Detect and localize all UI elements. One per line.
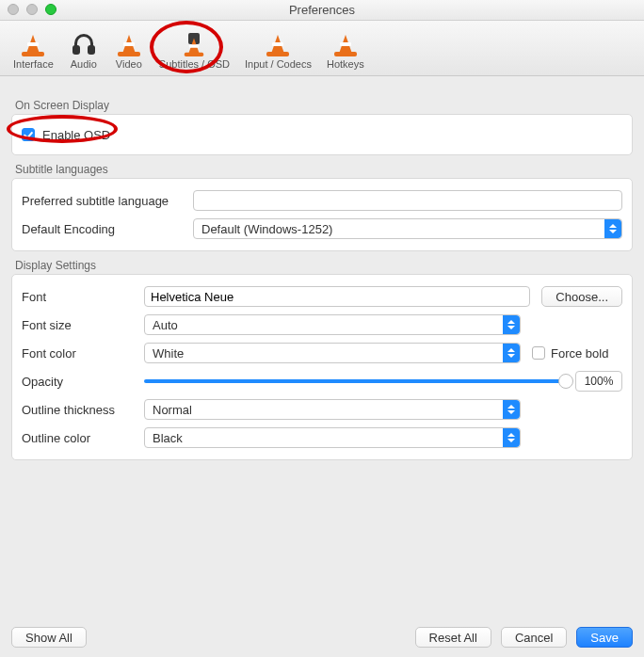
headphones-icon	[69, 26, 99, 56]
cone-icon	[114, 26, 144, 56]
select-value: White	[153, 346, 184, 361]
opacity-label: Opacity	[22, 375, 133, 389]
opacity-slider[interactable]	[144, 379, 566, 383]
tab-label: Input / Codecs	[245, 58, 312, 70]
cone-icon	[18, 26, 48, 56]
default-encoding-select[interactable]: Default (Windows-1252)	[193, 218, 622, 239]
tab-label: Subtitles / OSD	[159, 58, 230, 70]
outline-color-select[interactable]: Black	[144, 427, 521, 448]
chevron-updown-icon	[503, 400, 520, 419]
cone-glasses-icon	[179, 26, 209, 56]
force-bold-checkbox[interactable]	[532, 346, 545, 360]
outline-color-label: Outline color	[22, 431, 133, 445]
tab-label: Video	[116, 58, 142, 70]
section-osd-label: On Screen Display	[15, 99, 633, 112]
window-title: Preferences	[289, 3, 355, 17]
tab-hotkeys[interactable]: Hotkeys	[319, 24, 372, 72]
preferred-lang-input[interactable]	[193, 190, 622, 211]
group-display: Font Choose... Font size Auto Font color…	[11, 274, 633, 460]
tab-subtitles-osd[interactable]: Subtitles / OSD	[152, 24, 237, 72]
tab-interface[interactable]: Interface	[6, 24, 61, 72]
opacity-value: 100%	[575, 371, 622, 392]
font-size-label: Font size	[22, 318, 133, 332]
tab-label: Interface	[13, 58, 54, 70]
font-input[interactable]	[144, 286, 530, 307]
select-value: Default (Windows-1252)	[201, 222, 332, 236]
choose-font-button[interactable]: Choose...	[541, 286, 622, 307]
enable-osd-label: Enable OSD	[42, 128, 110, 142]
font-size-select[interactable]: Auto	[144, 314, 521, 335]
chevron-updown-icon	[503, 428, 520, 447]
enable-osd-checkbox[interactable]	[22, 128, 35, 141]
tab-label: Audio	[71, 58, 97, 70]
section-subs-label: Subtitle languages	[15, 163, 633, 176]
tab-label: Hotkeys	[327, 58, 364, 70]
select-value: Auto	[153, 318, 178, 332]
default-encoding-label: Default Encoding	[22, 222, 182, 236]
slider-thumb[interactable]	[558, 374, 573, 389]
tab-video[interactable]: Video	[106, 24, 152, 72]
chevron-updown-icon	[503, 315, 520, 334]
font-label: Font	[22, 290, 133, 304]
preferred-lang-label: Preferred subtitle language	[22, 194, 182, 208]
chevron-updown-icon	[503, 344, 520, 362]
window-controls	[8, 4, 56, 15]
tab-audio[interactable]: Audio	[61, 24, 106, 72]
save-button[interactable]: Save	[576, 627, 633, 648]
chevron-updown-icon	[604, 219, 621, 238]
select-value: Black	[153, 431, 183, 445]
titlebar: Preferences	[0, 0, 644, 21]
show-all-button[interactable]: Show All	[11, 627, 87, 648]
section-display-label: Display Settings	[15, 259, 633, 272]
reset-all-button[interactable]: Reset All	[415, 627, 491, 648]
minimize-window-button[interactable]	[26, 4, 38, 15]
font-color-select[interactable]: White	[144, 343, 521, 363]
zoom-window-button[interactable]	[45, 4, 56, 15]
outline-thickness-label: Outline thickness	[22, 403, 133, 417]
font-color-label: Font color	[22, 346, 133, 361]
content: On Screen Display Enable OSD Subtitle la…	[0, 76, 644, 460]
select-value: Normal	[153, 403, 192, 417]
cone-icon	[330, 26, 361, 56]
footer: Show All Reset All Cancel Save	[11, 627, 633, 648]
group-subs: Preferred subtitle language Default Enco…	[11, 178, 633, 251]
close-window-button[interactable]	[8, 4, 19, 15]
cone-icon	[263, 26, 293, 56]
outline-thickness-select[interactable]: Normal	[144, 399, 521, 420]
tab-input-codecs[interactable]: Input / Codecs	[237, 24, 319, 72]
group-osd: Enable OSD	[11, 114, 633, 155]
prefs-toolbar: Interface Audio Video Subtitles / OSD In…	[0, 21, 644, 76]
force-bold-label: Force bold	[551, 346, 608, 361]
cancel-button[interactable]: Cancel	[501, 627, 567, 648]
